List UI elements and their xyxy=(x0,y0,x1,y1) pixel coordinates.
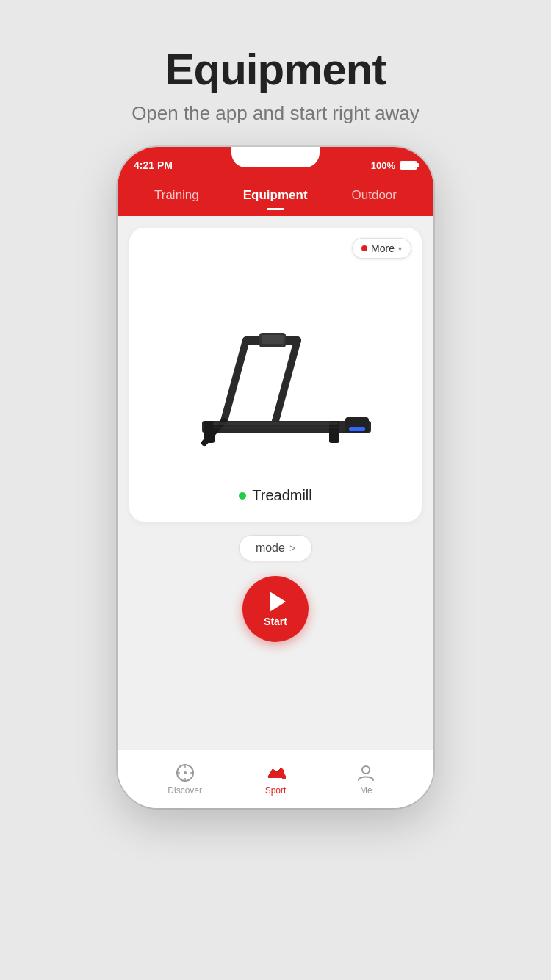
bottom-tab-sport[interactable]: Sport xyxy=(230,763,320,796)
equipment-card: More ▾ xyxy=(129,228,422,522)
more-dot xyxy=(361,245,367,251)
tab-equipment[interactable]: Equipment xyxy=(236,184,315,207)
sport-tab-label: Sport xyxy=(265,785,287,796)
start-button[interactable]: Start xyxy=(242,576,309,642)
page-header: Equipment Open the app and start right a… xyxy=(132,0,419,125)
battery-indicator: 100% xyxy=(371,160,417,171)
discover-icon xyxy=(176,763,195,782)
battery-icon xyxy=(400,161,417,170)
start-label: Start xyxy=(264,616,287,627)
device-name: Treadmill xyxy=(239,487,312,504)
bottom-tab-discover[interactable]: Discover xyxy=(140,763,230,796)
svg-point-20 xyxy=(362,766,370,774)
battery-fill xyxy=(401,162,416,168)
device-name-text: Treadmill xyxy=(252,487,312,504)
mode-arrow-icon: > xyxy=(289,542,295,554)
tab-outdoor[interactable]: Outdoor xyxy=(345,184,404,207)
me-icon xyxy=(356,763,375,782)
treadmill-svg xyxy=(173,296,378,472)
top-navigation: Training Equipment Outdoor xyxy=(118,184,433,216)
mode-label: mode xyxy=(256,541,285,555)
discover-tab-label: Discover xyxy=(168,785,202,796)
svg-line-6 xyxy=(276,340,298,421)
mode-button[interactable]: mode > xyxy=(239,535,312,561)
treadmill-image xyxy=(173,289,378,480)
bottom-navigation: Discover Sport Me xyxy=(118,749,433,808)
svg-rect-12 xyxy=(213,427,338,428)
svg-line-5 xyxy=(224,340,246,421)
time-display: 4:21 PM xyxy=(134,159,173,171)
bottom-tab-me[interactable]: Me xyxy=(321,763,411,796)
battery-text: 100% xyxy=(371,160,395,171)
more-button[interactable]: More ▾ xyxy=(352,238,411,259)
svg-rect-9 xyxy=(262,335,284,344)
page-title: Equipment xyxy=(132,44,419,95)
sport-icon xyxy=(265,763,286,782)
notch xyxy=(231,147,320,167)
svg-point-14 xyxy=(184,771,187,774)
phone-content: More ▾ xyxy=(118,216,433,749)
phone-frame: 4:21 PM 100% Training Equipment Outdoor … xyxy=(118,147,433,808)
svg-rect-11 xyxy=(213,422,338,425)
play-icon xyxy=(270,591,286,612)
svg-rect-4 xyxy=(349,427,365,431)
page-subtitle: Open the app and start right away xyxy=(132,102,419,125)
connected-indicator xyxy=(239,492,246,500)
tab-training[interactable]: Training xyxy=(147,184,206,207)
more-arrow-icon: ▾ xyxy=(398,245,402,253)
me-tab-label: Me xyxy=(360,785,372,796)
status-bar: 4:21 PM 100% xyxy=(118,147,433,184)
more-label: More xyxy=(371,242,395,254)
